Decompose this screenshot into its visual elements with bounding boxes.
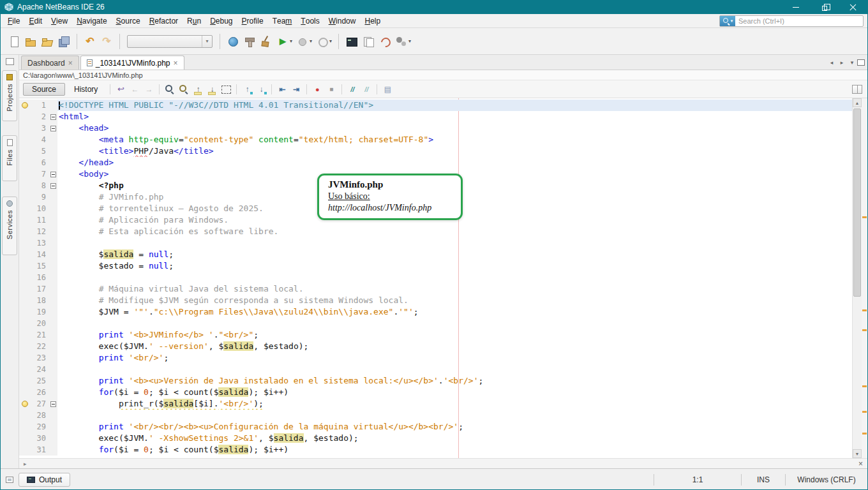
hint-bulb-icon[interactable] <box>22 401 28 407</box>
uncomment-icon[interactable]: // <box>360 83 373 96</box>
code-line-text[interactable]: <head> <box>57 122 852 134</box>
code-line[interactable]: 12 # Esta aplicación es software libre. <box>19 226 852 237</box>
code-line[interactable]: 18 # Modifique $JVM según corresponda a … <box>19 295 852 306</box>
scroll-tabs-right-icon[interactable]: ▸ <box>837 59 847 66</box>
next-occurrence-icon[interactable]: ↓ <box>206 83 218 96</box>
last-edit-position-icon[interactable]: ↩ <box>114 83 127 96</box>
sidebar-item-projects[interactable]: Projects <box>2 70 17 121</box>
web-globe-button[interactable] <box>225 34 241 49</box>
vertical-scrollbar[interactable]: ▲ ▼ <box>852 98 862 458</box>
code-fold-toggle[interactable] <box>50 126 56 131</box>
code-line-text[interactable]: <meta http-equiv="content-type" content=… <box>57 134 852 145</box>
code-fold-toggle[interactable] <box>50 401 56 407</box>
code-line[interactable]: 26 for($i = 0; $i < count($salida); $i++… <box>19 387 852 398</box>
code-line[interactable]: 28 <box>19 410 852 421</box>
code-line-text[interactable]: for($i = 0; $i < count($salida); $i++) <box>57 444 852 456</box>
run-config-select[interactable]: ▾ <box>127 35 213 48</box>
code-line-text[interactable] <box>57 272 852 283</box>
maximize-editor-icon[interactable] <box>857 59 865 66</box>
terminal-button[interactable] <box>344 34 359 49</box>
code-line-text[interactable]: print_r($salida[$i].'<br/>'); <box>57 398 852 410</box>
code-line-text[interactable]: print '<br/><br/><b><u>Configuración de … <box>57 421 852 433</box>
open-project-button[interactable] <box>40 34 55 49</box>
reload-button[interactable] <box>377 34 393 49</box>
code-line-text[interactable]: exec($JVM.' -XshowSettings 2>&1', $salid… <box>57 433 852 444</box>
redo-button[interactable]: ↷ <box>99 34 114 49</box>
undo-button[interactable]: ↶ <box>82 34 98 49</box>
profile-project-button[interactable]: ▾ <box>315 34 333 49</box>
previous-occurrence-icon[interactable]: ↑ <box>191 83 204 96</box>
code-line-text[interactable]: # Modifique $JVM según corresponda a su … <box>57 295 852 306</box>
code-line[interactable]: 21 print '<b>JVMinfo</b> '."<br/>"; <box>19 329 852 341</box>
close-icon[interactable]: × <box>68 59 73 68</box>
search-icon[interactable]: ▾ <box>720 16 735 26</box>
code-line[interactable]: 31 for($i = 0; $i < count($salida); $i++… <box>19 444 852 456</box>
code-line[interactable]: 5 <title>PHP/Java</title> <box>19 145 852 157</box>
error-stripe[interactable] <box>862 98 867 458</box>
warning-mark[interactable] <box>862 216 867 218</box>
debug-project-button[interactable]: ▾ <box>295 34 313 49</box>
menu-window[interactable]: Window <box>324 14 361 27</box>
code-line[interactable]: 15 $estado = null; <box>19 260 852 272</box>
code-line[interactable]: 1<!DOCTYPE HTML PUBLIC "-//W3C//DTD HTML… <box>19 100 852 111</box>
menu-team[interactable]: Team <box>268 14 297 27</box>
warning-mark[interactable] <box>862 433 867 434</box>
window-group-icon[interactable] <box>6 58 14 65</box>
code-fold-toggle[interactable] <box>50 114 56 120</box>
output-tab[interactable]: Output <box>19 473 70 487</box>
code-line[interactable]: 19 $JVM = '"'."c:\\Program Files\\Java\\… <box>19 306 852 318</box>
warning-mark[interactable] <box>862 329 867 331</box>
settings-button[interactable]: ▾ <box>394 34 412 49</box>
warning-mark[interactable] <box>862 309 867 311</box>
code-line[interactable]: 24 <box>19 364 852 375</box>
code-line-text[interactable] <box>57 364 852 375</box>
run-project-button[interactable]: ▶▾ <box>275 34 294 49</box>
forward-icon[interactable]: → <box>142 83 155 96</box>
menu-file[interactable]: File <box>3 14 24 27</box>
code-line-text[interactable]: print '<b>JVMinfo</b> '."<br/>"; <box>57 329 852 341</box>
menu-refactor[interactable]: Refactor <box>145 14 183 27</box>
tab-list-icon[interactable]: ▾ <box>847 59 857 66</box>
code-fold-toggle[interactable] <box>50 183 56 189</box>
code-line[interactable]: 13 <box>19 237 852 249</box>
window-dock-icon[interactable] <box>6 477 13 483</box>
code-line-text[interactable]: $estado = null; <box>57 260 852 272</box>
previous-bookmark-icon[interactable]: ↑ <box>241 83 253 96</box>
code-line[interactable]: 29 print '<br/><br/><b><u>Configuración … <box>19 421 852 433</box>
scroll-up-icon[interactable]: ▲ <box>853 98 862 107</box>
hint-bulb-icon[interactable] <box>22 102 28 108</box>
code-line[interactable]: 23 print '<br/>'; <box>19 352 852 364</box>
close-icon[interactable]: × <box>858 459 863 468</box>
code-line[interactable]: 20 <box>19 318 852 329</box>
code-line[interactable]: 2<html> <box>19 111 852 122</box>
tab-jvminfo-php[interactable]: _103141\JVMinfo.php × <box>80 56 184 70</box>
sidebar-item-services[interactable]: Services <box>2 197 17 255</box>
new-project-button[interactable] <box>23 34 38 49</box>
code-line-text[interactable]: $salida = null; <box>57 249 852 260</box>
code-line[interactable]: 6 </head> <box>19 157 852 168</box>
code-line-text[interactable]: # Esta aplicación es software libre. <box>57 226 852 237</box>
code-line-text[interactable] <box>57 318 852 329</box>
report-button[interactable] <box>361 34 376 49</box>
minimize-button[interactable] <box>781 0 810 14</box>
inspect-icon[interactable]: ▤ <box>381 83 394 96</box>
code-line[interactable]: 16 <box>19 272 852 283</box>
menu-profile[interactable]: Profile <box>237 14 268 27</box>
breadcrumb-expand-icon[interactable]: ▸ <box>24 461 27 467</box>
code-line[interactable]: 17 # Máquina virtual Java del sistema lo… <box>19 283 852 295</box>
code-line[interactable]: 22 exec($JVM.' --version', $salida, $est… <box>19 341 852 352</box>
code-line-text[interactable]: for($i = 0; $i < count($salida); $i++) <box>57 387 852 398</box>
clean-build-button[interactable] <box>258 34 274 49</box>
menu-edit[interactable]: Edit <box>24 14 47 27</box>
source-view-button[interactable]: Source <box>23 83 65 96</box>
shift-left-icon[interactable]: ⇤ <box>276 83 288 96</box>
menu-view[interactable]: View <box>47 14 72 27</box>
code-line[interactable]: 30 exec($JVM.' -XshowSettings 2>&1', $sa… <box>19 433 852 444</box>
next-bookmark-icon[interactable]: ↓ <box>255 83 267 96</box>
build-project-button[interactable] <box>242 34 257 49</box>
warning-mark[interactable] <box>862 385 867 387</box>
find-selection-icon[interactable] <box>177 83 190 96</box>
new-file-button[interactable] <box>6 34 22 49</box>
menu-tools[interactable]: Tools <box>296 14 324 27</box>
code-line[interactable]: 3 <head> <box>19 122 852 134</box>
